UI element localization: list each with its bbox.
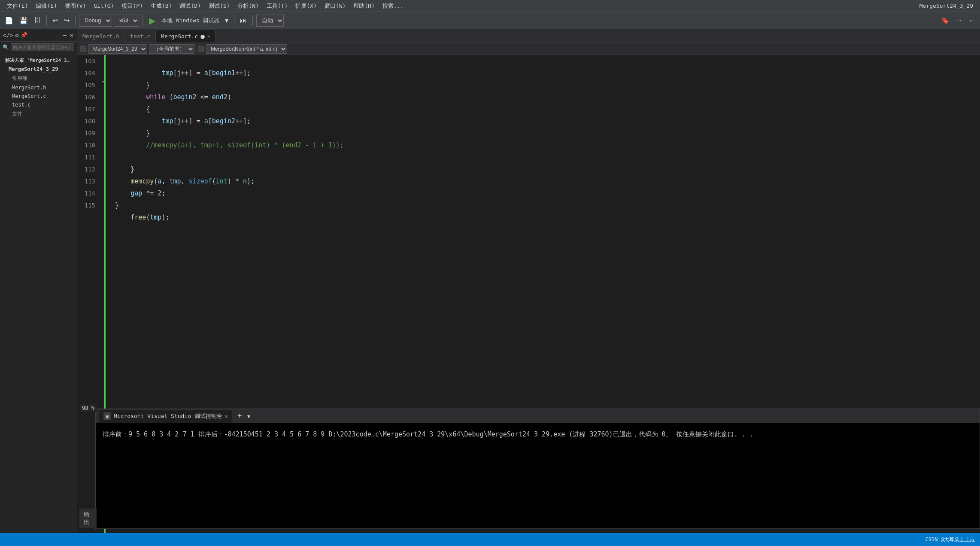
ln-103: 103 xyxy=(77,55,99,67)
separator-5 xyxy=(252,15,253,26)
ln-112: 112 xyxy=(77,163,99,175)
menu-help[interactable]: 帮助(H) xyxy=(350,1,378,11)
nav-function-icon: ⬛ xyxy=(198,46,204,52)
editor-area: MergeSort.h test.c MergeSort.c ● ✕ ⬛ Mer… xyxy=(77,29,980,546)
sidebar-file-mergesorth[interactable]: MergeSort.h xyxy=(2,83,75,92)
sidebar: </> ⚙ 📌 ─ ✕ 🔍 解决方案 'MergeSort24_3_29' (1… xyxy=(0,29,77,546)
platform-dropdown[interactable]: x64 xyxy=(114,15,139,27)
nav-project-dropdown[interactable]: MergeSort24_3_29 xyxy=(88,44,147,54)
tab-close-icon[interactable]: ✕ xyxy=(207,34,210,39)
tab-testc[interactable]: test.c xyxy=(125,30,156,43)
search-icon: 🔍 xyxy=(3,44,9,50)
run-label: 本地 Windows 调试器 xyxy=(160,17,221,24)
separator-1 xyxy=(46,15,47,26)
menu-search[interactable]: 搜索... xyxy=(379,1,407,11)
menu-edit[interactable]: 编辑(E) xyxy=(32,1,60,11)
sidebar-pin-icon[interactable]: ─ xyxy=(62,31,67,40)
tab-mergesorth-label: MergeSort.h xyxy=(82,33,119,40)
ln-109: 109 xyxy=(77,127,99,139)
menu-view[interactable]: 视图(V) xyxy=(61,1,89,11)
title-label: MergeSort24_3_29 xyxy=(916,2,977,10)
sidebar-file-mergesortc[interactable]: MergeSort.c xyxy=(2,92,75,101)
menu-bar: 文件(E) 编辑(E) 视图(V) Git(G) 项目(P) 生成(B) 调试(… xyxy=(0,0,980,12)
zoom-percent: 98 % xyxy=(79,404,97,412)
menu-extensions[interactable]: 扩展(X) xyxy=(292,1,320,11)
menu-build[interactable]: 生成(B) xyxy=(147,1,175,11)
separator-4 xyxy=(234,15,234,26)
output-label[interactable]: 输出 xyxy=(79,509,97,528)
save-all-button[interactable]: 🗄 xyxy=(32,15,43,26)
sidebar-close-icon[interactable]: ✕ xyxy=(69,31,74,40)
terminal-line-4: 按任意键关闭此窗口. . . xyxy=(676,430,753,438)
sidebar-solution-item[interactable]: 解决方案 'MergeSort24_3_29' (1 个项目) xyxy=(2,56,75,65)
tabs-bar: MergeSort.h test.c MergeSort.c ● ✕ xyxy=(77,29,980,43)
separator-2 xyxy=(75,15,76,26)
terminal-tabs-bar: ▣ Microsoft Visual Studio 调试控制台 ✕ + ▾ xyxy=(96,409,980,423)
terminal-line-1: 排序前：9 5 6 8 3 4 2 7 1 xyxy=(103,430,194,438)
terminal-tab-label: Microsoft Visual Studio 调试控制台 xyxy=(114,412,222,420)
separator-3 xyxy=(143,15,143,26)
terminal-content: 排序前：9 5 6 8 3 4 2 7 1 排序后：-842150451 2 3… xyxy=(96,423,980,528)
run-arrow-button[interactable]: ▾ xyxy=(223,15,231,26)
menu-project[interactable]: 项目(P) xyxy=(118,1,146,11)
sidebar-icon-settings[interactable]: ⚙ xyxy=(15,32,18,39)
menu-git[interactable]: Git(G) xyxy=(90,2,117,10)
ln-110: 110 xyxy=(77,139,99,151)
menu-tools[interactable]: 工具(T) xyxy=(263,1,291,11)
bookmark-button[interactable]: 🔖 xyxy=(939,15,952,26)
bookmark-next-button[interactable]: → xyxy=(953,15,965,26)
run-button[interactable]: ▶ xyxy=(146,15,158,26)
tab-mergesortc[interactable]: MergeSort.c ● ✕ xyxy=(156,30,215,43)
sidebar-refs-item[interactable]: 引用项 xyxy=(2,73,75,83)
bookmark-prev-button[interactable]: ← xyxy=(966,15,977,26)
terminal-tab-vs[interactable]: ▣ Microsoft Visual Studio 调试控制台 ✕ xyxy=(99,410,232,423)
ln-111: 111 xyxy=(77,151,99,163)
main-layout: </> ⚙ 📌 ─ ✕ 🔍 解决方案 'MergeSort24_3_29' (1… xyxy=(0,29,980,546)
sidebar-header: </> ⚙ 📌 ─ ✕ xyxy=(0,29,77,42)
debug-step-button[interactable]: ⏭ xyxy=(238,15,249,26)
nav-project-icon: ⬛ xyxy=(80,46,87,52)
redo-button[interactable]: ↪ xyxy=(62,15,72,26)
sidebar-icon-pin[interactable]: 📌 xyxy=(21,32,27,39)
ln-105: 105 xyxy=(77,79,99,91)
nav-scope-dropdown[interactable]: （全局范围） xyxy=(149,44,194,54)
tab-mergesorth[interactable]: MergeSort.h xyxy=(77,30,125,43)
ln-106: 106 xyxy=(77,91,99,103)
new-file-button[interactable]: 📄 xyxy=(3,15,15,26)
terminal-line-2: 排序后：-842150451 2 3 4 5 6 7 8 9 xyxy=(198,430,325,438)
terminal-line-3: D:\2023code.c\MergeSort24_3_29\x64\Debug… xyxy=(328,430,672,438)
terminal-dropdown-button[interactable]: ▾ xyxy=(247,413,250,420)
ln-115: 115 xyxy=(77,199,99,211)
status-bar: CSDN @大耳朵土土垚 xyxy=(0,533,980,546)
ln-107: 107 xyxy=(77,103,99,115)
watch-dropdown[interactable]: 自动 xyxy=(256,15,284,27)
undo-button[interactable]: ↩ xyxy=(50,15,60,26)
terminal-vs-icon: ▣ xyxy=(103,412,111,420)
debug-config-dropdown[interactable]: Debug xyxy=(79,15,112,27)
menu-window[interactable]: 窗口(W) xyxy=(321,1,349,11)
ln-108: 108 xyxy=(77,115,99,127)
sidebar-search-bar: 🔍 xyxy=(0,42,77,53)
sidebar-search-input[interactable] xyxy=(11,43,74,51)
menu-test[interactable]: 测试(S) xyxy=(205,1,233,11)
tab-mergesortc-label: MergeSort.c xyxy=(161,33,198,40)
sidebar-file-other[interactable]: 文件 xyxy=(2,109,75,119)
nav-bar: ⬛ MergeSort24_3_29 （全局范围） ⬛ MergeSortNon… xyxy=(77,43,980,55)
status-right: CSDN @大耳朵土土垚 xyxy=(925,536,975,543)
collapse-arrow-105[interactable]: ▸ xyxy=(102,79,105,84)
terminal-add-button[interactable]: + xyxy=(236,412,244,421)
ln-113: 113 xyxy=(77,175,99,187)
menu-debug[interactable]: 调试(D) xyxy=(176,1,204,11)
sidebar-project-item[interactable]: MergeSort24_3_29 xyxy=(2,65,75,73)
sidebar-icons-left: </> ⚙ 📌 xyxy=(3,32,27,39)
toolbar: 📄 💾 🗄 ↩ ↪ Debug x64 ▶ 本地 Windows 调试器 ▾ ⏭… xyxy=(0,12,980,29)
sidebar-section-solution: 解决方案 'MergeSort24_3_29' (1 个项目) MergeSor… xyxy=(0,53,77,120)
nav-function-dropdown[interactable]: MergeSortNonR(int * a, int n) xyxy=(206,44,287,54)
terminal-close-icon[interactable]: ✕ xyxy=(225,413,228,419)
terminal-panel: ▣ Microsoft Visual Studio 调试控制台 ✕ + ▾ 排序… xyxy=(95,409,980,529)
menu-analyze[interactable]: 分析(N) xyxy=(234,1,262,11)
save-button[interactable]: 💾 xyxy=(17,15,30,26)
sidebar-icon-code[interactable]: </> xyxy=(3,32,13,39)
sidebar-file-testc[interactable]: test.c xyxy=(2,101,75,109)
menu-file[interactable]: 文件(E) xyxy=(3,1,31,11)
